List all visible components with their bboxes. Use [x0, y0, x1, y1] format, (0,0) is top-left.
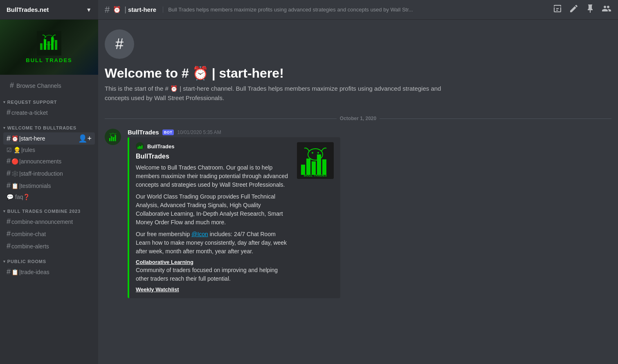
avatar-image [107, 131, 119, 143]
channel-label: create-a-ticket [11, 109, 48, 116]
channel-label: trade-ideas [21, 269, 49, 275]
message-group: BullTrades BOT 10/01/2020 5:35 AM [98, 128, 618, 299]
header-channel-desc: Bull Trades helps members maximize profi… [163, 7, 413, 13]
channel-item-rules[interactable]: ☑ 👷 | rules [3, 145, 95, 155]
channel-item-start-here[interactable]: # ⏰ | start-here 👤+ [3, 132, 95, 145]
channel-hash-icon: # [7, 169, 11, 178]
welcome-alarm-icon: ⏰ [192, 65, 209, 81]
channel-label: testimonials [21, 183, 51, 189]
channel-item-combine-chat[interactable]: # combine-chat [3, 228, 95, 240]
svg-rect-3 [47, 41, 50, 50]
channel-label: staff-introduction [21, 170, 63, 177]
channel-label: announcements [21, 158, 62, 165]
channel-hash-icon: # [7, 242, 11, 250]
sidebar: BullTrades.net ▼ BULL TRADES [0, 0, 98, 364]
embed-title: BullTrades [136, 153, 290, 160]
embed-para-1: Welcome to Bull Trades Chatroom. Our goa… [136, 163, 290, 189]
message-embed: BullTrades BullTrades Welcome to Bull Tr… [128, 137, 340, 298]
svg-text:BULL TRADES: BULL TRADES [304, 174, 327, 177]
welcome-description: This is the start of the # ⏰ | start-her… [105, 84, 456, 103]
channel-item-announcements[interactable]: # 🔴 | announcements [3, 155, 95, 167]
embed-description: Welcome to Bull Trades Chatroom. Our goa… [136, 163, 290, 256]
channel-label: combine-chat [11, 231, 46, 237]
channel-item-staff-introduction[interactable]: # 🕸️ | staff-introduction [3, 167, 95, 179]
channel-welcome: # Welcome to # ⏰ | start-here! This is t… [98, 20, 618, 109]
svg-rect-8 [109, 138, 110, 141]
add-member-icon[interactable]: 👤+ [78, 134, 92, 143]
svg-point-26 [317, 152, 319, 154]
message-meta: BullTrades BOT 10/01/2020 5:35 AM [128, 129, 611, 136]
chevron-down-icon: ▼ [86, 7, 92, 13]
embed-bull-icon [137, 143, 143, 150]
embed-author-icon [136, 142, 144, 150]
welcome-icon: # [105, 29, 134, 59]
server-header[interactable]: BullTrades.net ▼ [0, 0, 98, 20]
embed-field1-underline: Collaborative Learning [136, 259, 193, 265]
message-author: BullTrades [128, 129, 159, 136]
category-label: REQUEST SUPPORT [7, 100, 57, 105]
members-icon[interactable] [602, 4, 611, 16]
welcome-title-text: Welcome to # [105, 66, 189, 81]
server-banner: BULL TRADES [0, 20, 98, 75]
server-name: BullTrades.net [7, 6, 86, 13]
svg-rect-16 [140, 146, 141, 149]
avatar [105, 129, 121, 145]
embed-field2-underline: Weekly Watchlist [136, 286, 179, 293]
message-content: BullTrades BOT 10/01/2020 5:35 AM [128, 129, 611, 298]
embed-thumbnail: BULL TRADES [297, 142, 334, 179]
channel-item-testimonials[interactable]: # 📋 | testimonials [3, 180, 95, 192]
embed-author: BullTrades [136, 142, 290, 150]
pin-icon[interactable] [585, 4, 595, 16]
svg-rect-23 [322, 159, 326, 175]
channel-hash-icon: # [7, 268, 11, 276]
category-request-support[interactable]: ▾ REQUEST SUPPORT [0, 93, 98, 106]
category-combine-2023[interactable]: ▾ BULL TRADES COMBINE 2023 [0, 202, 98, 215]
browse-hash-icon: # [10, 81, 14, 90]
browse-channels-button[interactable]: # Browse Channels [3, 78, 95, 93]
welcome-hash-icon: # [115, 36, 124, 53]
welcome-title-separator: | start-here! [212, 66, 284, 81]
channel-item-create-a-ticket[interactable]: # create-a-ticket [3, 107, 95, 118]
channel-emoji-icon: 🕸️ [11, 170, 18, 177]
svg-rect-21 [312, 161, 316, 175]
bot-badge: BOT [162, 130, 174, 135]
embed-thumbnail-image: BULL TRADES [297, 142, 334, 179]
channel-emoji-icon: 📋 [11, 269, 18, 275]
channel-item-trade-ideas[interactable]: # 📋 | trade-ideas [3, 266, 95, 278]
embed-field1-text: Community of traders focused on improvin… [136, 266, 290, 283]
category-public-rooms[interactable]: ▾ PUBLIC ROOMS [0, 252, 98, 266]
channel-item-faq[interactable]: 💬 faq ❓ [3, 192, 95, 202]
svg-rect-1 [40, 43, 43, 50]
channel-label: start-here [21, 135, 45, 142]
channel-label: combine-alerts [11, 243, 49, 250]
channel-item-combine-alerts[interactable]: # combine-alerts [3, 240, 95, 252]
channel-hash-icon: # [7, 134, 11, 143]
embed-icon-link[interactable]: @Icon [191, 231, 208, 237]
channel-hash-icon: # [7, 108, 11, 117]
category-arrow-icon: ▾ [3, 126, 6, 130]
category-label: PUBLIC ROOMS [7, 259, 46, 264]
category-arrow-icon: ▾ [3, 259, 6, 264]
welcome-title: Welcome to # ⏰ | start-here! [105, 65, 611, 81]
speech-icon: 💬 [7, 194, 13, 200]
category-arrow-icon: ▾ [3, 100, 6, 104]
header-separator: | [124, 5, 126, 14]
threads-icon[interactable] [553, 4, 562, 16]
category-welcome-bulltrades[interactable]: ▾ WELCOME TO BULLTRADES [0, 119, 98, 132]
channel-emoji-icon: 👷 [13, 147, 20, 153]
category-label: BULL TRADES COMBINE 2023 [7, 209, 81, 214]
svg-rect-5 [55, 40, 57, 50]
sidebar-channel-list: # Browse Channels ▾ REQUEST SUPPORT # cr… [0, 75, 98, 364]
edit-icon[interactable] [569, 4, 579, 16]
channel-label: faq [15, 194, 23, 200]
embed-para-2: Our World Class Trading Group provides F… [136, 192, 290, 227]
embed-body: BullTrades BullTrades Welcome to Bull Tr… [136, 142, 290, 293]
bull-logo-icon [37, 31, 61, 56]
server-banner-text: BULL TRADES [26, 57, 72, 63]
svg-rect-9 [111, 136, 112, 141]
svg-rect-20 [306, 159, 310, 175]
header-hash-icon: # [105, 4, 110, 15]
channel-emoji-icon: ⏰ [11, 135, 18, 142]
channel-item-combine-announcement[interactable]: # combine-announcement [3, 216, 95, 228]
message-timestamp: 10/01/2020 5:35 AM [177, 130, 221, 135]
